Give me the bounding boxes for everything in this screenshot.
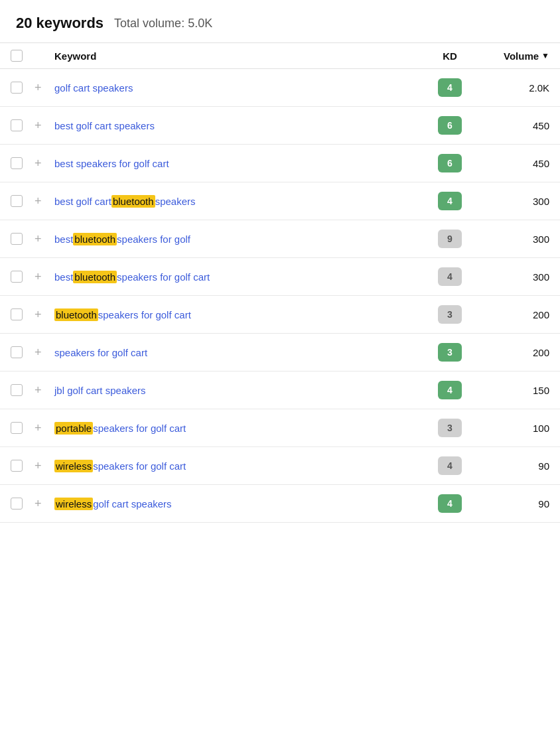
add-button-cell: + — [35, 308, 54, 320]
keyword-plain-text: golf cart speakers — [93, 498, 171, 509]
keywords-count: 20 keywords — [16, 15, 104, 32]
table-row: +best speakers for golf cart6450 — [0, 145, 560, 182]
keyword-plain-text: best — [54, 271, 73, 283]
table-row: +best bluetooth speakers for golf9300 — [0, 220, 560, 258]
volume-cell: 200 — [476, 347, 549, 358]
row-checkbox[interactable] — [11, 422, 23, 434]
add-keyword-button[interactable]: + — [35, 82, 42, 94]
add-button-cell: + — [35, 119, 54, 131]
add-button-cell: + — [35, 233, 54, 245]
keyword-cell[interactable]: best golf cart bluetooth speakers — [54, 195, 423, 208]
table-body: +golf cart speakers42.0K+best golf cart … — [0, 69, 560, 523]
kd-cell: 3 — [423, 305, 476, 324]
add-button-cell: + — [35, 422, 54, 434]
keyword-cell[interactable]: bluetooth speakers for golf cart — [54, 308, 423, 321]
row-checkbox-cell — [11, 498, 35, 509]
keyword-cell[interactable]: best speakers for golf cart — [54, 158, 423, 169]
volume-cell: 100 — [476, 423, 549, 434]
row-checkbox[interactable] — [11, 498, 23, 509]
add-keyword-button[interactable]: + — [35, 308, 42, 320]
row-checkbox-cell — [11, 460, 35, 472]
keyword-plain-text: jbl golf cart speakers — [54, 385, 146, 396]
row-checkbox[interactable] — [11, 460, 23, 472]
row-checkbox[interactable] — [11, 346, 23, 358]
keyword-plain-text: golf cart speakers — [54, 82, 133, 94]
select-all-checkbox[interactable] — [11, 50, 23, 62]
kd-badge: 9 — [438, 230, 462, 248]
row-checkbox[interactable] — [11, 119, 23, 131]
kd-cell: 4 — [423, 456, 476, 475]
kd-badge: 4 — [438, 267, 462, 286]
add-keyword-button[interactable]: + — [35, 422, 42, 434]
volume-cell: 2.0K — [476, 82, 549, 94]
keyword-cell[interactable]: portable speakers for golf cart — [54, 422, 423, 435]
add-keyword-button[interactable]: + — [35, 498, 42, 509]
add-keyword-button[interactable]: + — [35, 384, 42, 396]
add-button-cell: + — [35, 498, 54, 509]
row-checkbox[interactable] — [11, 271, 23, 283]
volume-cell: 150 — [476, 385, 549, 396]
add-keyword-button[interactable]: + — [35, 346, 42, 358]
add-button-cell: + — [35, 460, 54, 472]
volume-cell: 300 — [476, 271, 549, 283]
table-row: +jbl golf cart speakers4150 — [0, 372, 560, 409]
keyword-cell[interactable]: golf cart speakers — [54, 82, 423, 94]
keyword-cell[interactable]: best bluetooth speakers for golf cart — [54, 271, 423, 283]
row-checkbox-cell — [11, 82, 35, 94]
keyword-cell[interactable]: jbl golf cart speakers — [54, 385, 423, 396]
table-row: +golf cart speakers42.0K — [0, 69, 560, 107]
keyword-cell[interactable]: best golf cart speakers — [54, 120, 423, 131]
kd-cell: 4 — [423, 192, 476, 210]
row-checkbox[interactable] — [11, 195, 23, 207]
keyword-cell[interactable]: speakers for golf cart — [54, 347, 423, 358]
kd-cell: 4 — [423, 494, 476, 513]
row-checkbox[interactable] — [11, 384, 23, 396]
add-keyword-button[interactable]: + — [35, 119, 42, 131]
row-checkbox[interactable] — [11, 308, 23, 320]
kd-cell: 4 — [423, 78, 476, 97]
row-checkbox-cell — [11, 384, 35, 396]
keyword-plain-text: best golf cart — [54, 196, 111, 207]
keyword-cell[interactable]: wireless golf cart speakers — [54, 498, 423, 510]
keyword-highlight-yellow: wireless — [54, 460, 93, 472]
keyword-cell[interactable]: best bluetooth speakers for golf — [54, 233, 423, 245]
add-keyword-button[interactable]: + — [35, 460, 42, 472]
keyword-highlight-yellow: bluetooth — [111, 195, 155, 208]
volume-cell: 450 — [476, 158, 549, 169]
kd-badge: 3 — [438, 419, 462, 437]
keyword-plain-text: speakers for golf cart — [93, 423, 186, 434]
kd-cell: 3 — [423, 419, 476, 437]
add-keyword-button[interactable]: + — [35, 271, 42, 283]
kd-cell: 6 — [423, 154, 476, 172]
kd-badge: 3 — [438, 305, 462, 324]
kd-badge: 4 — [438, 192, 462, 210]
kd-cell: 6 — [423, 116, 476, 135]
volume-cell: 90 — [476, 498, 549, 509]
add-button-cell: + — [35, 384, 54, 396]
volume-cell: 300 — [476, 196, 549, 207]
keyword-highlight-yellow: bluetooth — [73, 271, 117, 283]
table-row: +best golf cart bluetooth speakers4300 — [0, 182, 560, 220]
keyword-plain-text: best golf cart speakers — [54, 120, 155, 131]
table-row: +best bluetooth speakers for golf cart43… — [0, 258, 560, 296]
add-keyword-button[interactable]: + — [35, 195, 42, 207]
add-button-cell: + — [35, 195, 54, 207]
keyword-highlight-yellow: portable — [54, 422, 93, 435]
add-keyword-button[interactable]: + — [35, 157, 42, 169]
kd-cell: 4 — [423, 381, 476, 399]
row-checkbox[interactable] — [11, 82, 23, 94]
row-checkbox[interactable] — [11, 157, 23, 169]
volume-cell: 300 — [476, 234, 549, 245]
keyword-highlight-yellow: bluetooth — [54, 308, 98, 321]
row-checkbox[interactable] — [11, 233, 23, 245]
add-keyword-button[interactable]: + — [35, 233, 42, 245]
kd-badge: 3 — [438, 343, 462, 362]
keyword-cell[interactable]: wireless speakers for golf cart — [54, 460, 423, 472]
header-volume[interactable]: Volume ▼ — [476, 50, 549, 62]
keyword-highlight-yellow: wireless — [54, 498, 93, 510]
table-row: +wireless speakers for golf cart490 — [0, 447, 560, 485]
kd-cell: 4 — [423, 267, 476, 286]
volume-cell: 90 — [476, 460, 549, 472]
table-row: +portable speakers for golf cart3100 — [0, 409, 560, 447]
row-checkbox-cell — [11, 346, 35, 358]
